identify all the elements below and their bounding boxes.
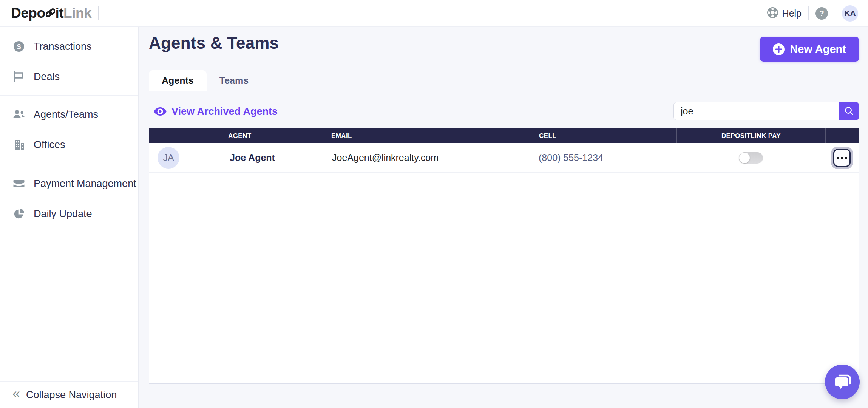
dollar-circle-icon: $: [12, 40, 25, 53]
sidebar-item-daily-update[interactable]: Daily Update: [0, 199, 138, 229]
view-archived-agents-label: View Archived Agents: [171, 106, 278, 117]
search-button[interactable]: [839, 102, 859, 120]
tab-bar: Agents Teams: [149, 70, 859, 91]
agent-search: [673, 102, 859, 120]
people-icon: [12, 108, 25, 121]
sidebar-item-transactions[interactable]: $ Transactions: [0, 31, 138, 62]
agent-avatar-cell: JA: [149, 147, 222, 169]
lifebuoy-icon: [767, 7, 778, 20]
column-header-agent: AGENT: [222, 128, 325, 143]
sidebar-divider: [0, 164, 138, 164]
sidebar-item-label: Daily Update: [34, 208, 92, 220]
payment-cards-icon: [12, 178, 25, 190]
depositlink-pay-cell: [676, 152, 825, 164]
new-agent-label: New Agent: [790, 43, 846, 56]
question-mark-icon[interactable]: ?: [815, 7, 828, 20]
plus-circle-icon: [773, 43, 785, 55]
column-header-depositlink-pay: DEPOSITLINK PAY: [676, 128, 825, 143]
sidebar-item-label: Offices: [34, 139, 65, 151]
depositlink-logo[interactable]: Depo it Link: [11, 5, 91, 21]
agent-avatar: JA: [158, 147, 179, 169]
eye-icon: [153, 107, 167, 116]
sidebar-item-offices[interactable]: Offices: [0, 130, 138, 160]
new-agent-button[interactable]: New Agent: [760, 37, 859, 62]
sidebar-item-label: Transactions: [34, 41, 92, 53]
sidebar-divider: [0, 95, 138, 96]
magnifier-icon: [844, 106, 854, 116]
help-button[interactable]: Help: [767, 7, 802, 20]
logo-divider: [98, 6, 99, 20]
tab-agents[interactable]: Agents: [149, 70, 207, 91]
ellipsis-dot: [841, 157, 843, 159]
sidebar-navigation: $ Transactions Deals: [0, 27, 139, 408]
page-title: Agents & Teams: [149, 34, 279, 53]
logo-text-suffix: it: [56, 5, 64, 21]
agents-table-card: AGENT EMAIL CELL DEPOSITLINK PAY JA Joe …: [149, 128, 859, 384]
table-row: JA Joe Agent JoeAgent@linkrealty.com (80…: [149, 143, 859, 173]
row-actions-cell: [825, 149, 859, 167]
sidebar-item-label: Deals: [34, 71, 60, 83]
logo-text-prefix: Depo: [11, 5, 45, 21]
view-archived-agents-link[interactable]: View Archived Agents: [153, 105, 278, 118]
chain-link-icon: [46, 6, 55, 22]
help-label: Help: [782, 8, 802, 19]
column-header-email: EMAIL: [325, 128, 533, 143]
depositlink-pay-toggle[interactable]: [739, 152, 763, 164]
double-chevron-left-icon: «: [12, 387, 20, 400]
building-icon: [12, 139, 25, 151]
top-bar: Depo it Link: [0, 0, 868, 27]
column-header-actions: [825, 128, 859, 143]
brand-area: Depo it Link: [11, 5, 99, 21]
sidebar-item-deals[interactable]: Deals: [0, 62, 138, 92]
ellipsis-dot: [845, 157, 847, 159]
sidebar-item-label: Payment Management: [34, 178, 136, 190]
ellipsis-dot: [837, 157, 839, 159]
main-content: Agents & Teams New Agent Agents Teams Vi…: [139, 27, 868, 408]
flag-icon: [12, 71, 25, 83]
chat-widget-button[interactable]: [825, 365, 860, 399]
collapse-navigation-button[interactable]: « Collapse Navigation: [0, 382, 138, 408]
toggle-knob: [739, 153, 750, 163]
table-header-row: AGENT EMAIL CELL DEPOSITLINK PAY: [149, 128, 859, 143]
agent-email: JoeAgent@linkrealty.com: [325, 152, 533, 163]
topbar-actions: Help ? KA: [767, 5, 858, 22]
sidebar-item-payment-management[interactable]: Payment Management: [0, 168, 138, 199]
sidebar-item-label: Agents/Teams: [34, 109, 98, 121]
svg-text:$: $: [17, 43, 21, 51]
search-input[interactable]: [673, 102, 839, 120]
agent-name: Joe Agent: [222, 152, 325, 163]
pie-chart-icon: [12, 208, 25, 219]
row-actions-button[interactable]: [833, 149, 851, 167]
logo-text-secondary: Link: [63, 5, 91, 21]
user-avatar[interactable]: KA: [842, 5, 858, 22]
topbar-divider: [835, 6, 835, 20]
sidebar-item-agents-teams[interactable]: Agents/Teams: [0, 99, 138, 130]
column-header-cell: CELL: [533, 128, 676, 143]
collapse-navigation-label: Collapse Navigation: [26, 389, 117, 401]
topbar-divider: [808, 6, 809, 20]
agent-cell-number: (800) 555-1234: [533, 152, 676, 163]
chat-bubbles-icon: [832, 372, 852, 392]
column-header-avatar: [149, 128, 222, 143]
tab-teams[interactable]: Teams: [207, 70, 261, 91]
